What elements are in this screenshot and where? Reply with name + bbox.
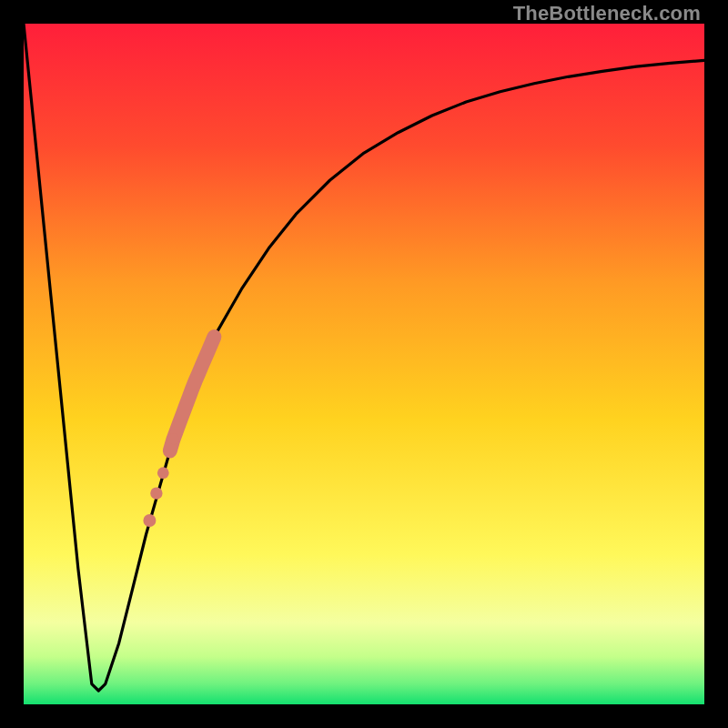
highlight-dot [168,433,179,444]
watermark-text: TheBottleneck.com [513,2,701,25]
highlight-dot [143,514,156,527]
highlight-dot [157,467,169,479]
plot-frame [24,24,704,704]
bottleneck-plot [24,24,704,704]
highlight-dot [150,487,162,499]
gradient-background [24,24,704,704]
